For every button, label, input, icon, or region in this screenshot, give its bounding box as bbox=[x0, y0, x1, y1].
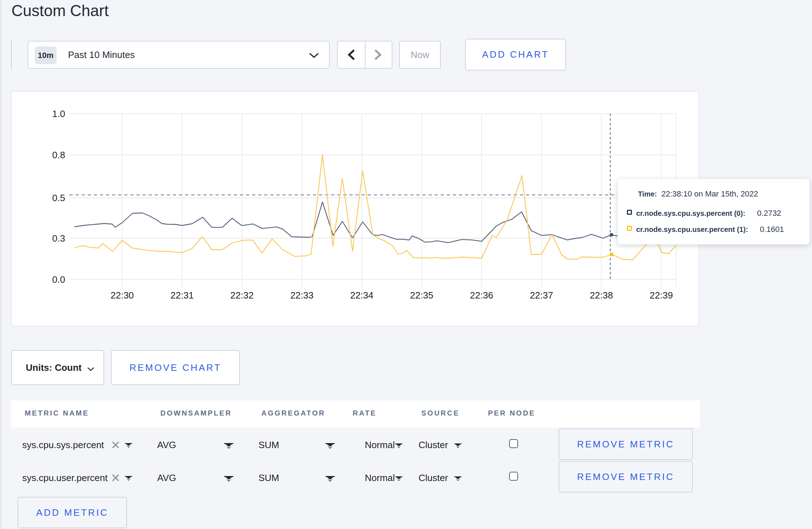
svg-text:1.0: 1.0 bbox=[52, 108, 65, 119]
svg-text:22:35: 22:35 bbox=[410, 290, 433, 301]
svg-text:22:30: 22:30 bbox=[111, 290, 134, 301]
svg-text:22:32: 22:32 bbox=[230, 290, 253, 301]
svg-text:22:34: 22:34 bbox=[350, 290, 373, 301]
svg-text:22:33: 22:33 bbox=[290, 290, 314, 301]
svg-text:22:39: 22:39 bbox=[649, 290, 673, 301]
svg-text:0.5: 0.5 bbox=[52, 193, 65, 203]
svg-text:22:38: 22:38 bbox=[590, 290, 613, 301]
svg-text:22:31: 22:31 bbox=[170, 290, 194, 301]
svg-text:22:36: 22:36 bbox=[470, 290, 493, 301]
svg-text:22:37: 22:37 bbox=[530, 290, 553, 301]
svg-text:0.0: 0.0 bbox=[52, 274, 65, 285]
svg-text:0.8: 0.8 bbox=[52, 150, 65, 160]
svg-text:0.3: 0.3 bbox=[52, 233, 65, 244]
